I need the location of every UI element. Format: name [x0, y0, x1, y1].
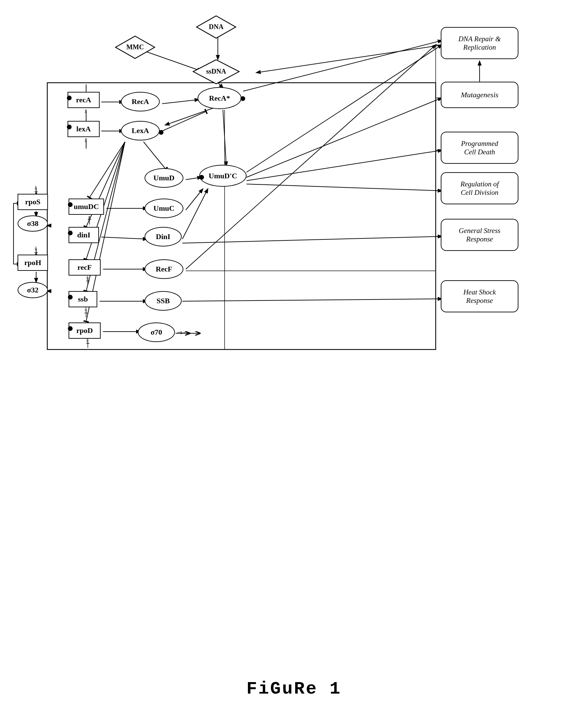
umudc-gene-node: umuDC: [68, 198, 104, 215]
lexa-gene-dot: [67, 125, 71, 129]
sigma70-node: σ70: [138, 322, 175, 342]
svg-rect-1: [47, 83, 436, 349]
diagram-container: DNA MMC ssDNA recA RecA RecA* lexA LexA: [0, 0, 588, 608]
mutagenesis-node: Mutagenesis: [441, 82, 519, 108]
rpod-gene-dot: [68, 326, 72, 331]
svg-line-9: [162, 111, 206, 131]
dna-node: DNA: [196, 15, 236, 39]
svg-line-12: [144, 142, 166, 169]
rpoh-down-arrows-above: ⇩: [34, 246, 38, 252]
rpod-gene-node: rpoD: [68, 322, 101, 339]
sigma32-node: σ32: [18, 282, 48, 298]
svg-line-4: [257, 45, 442, 72]
umudc-node: UmuD'C: [199, 165, 247, 187]
dini-protein-node: DinI: [145, 227, 182, 247]
svg-line-32: [247, 98, 442, 177]
ssb-protein-node: SSB: [145, 291, 182, 311]
reca-gene-node: recA: [67, 92, 100, 108]
svg-line-19: [182, 189, 208, 239]
svg-line-23: [182, 299, 442, 301]
sigma70-output-arrows: ⇒⇒: [177, 328, 188, 337]
rpoh-gene-node: rpoH: [18, 255, 48, 271]
ssb-gene-node: ssb: [68, 291, 97, 307]
lexa-protein-node: LexA: [121, 121, 160, 141]
reca-star-node: RecA*: [197, 87, 241, 109]
recf-gene-node: recF: [68, 259, 101, 276]
svg-line-31: [243, 41, 442, 91]
svg-line-33: [247, 150, 442, 181]
rpod-down-arrows: ⇩: [85, 338, 89, 343]
reca-protein-node: RecA: [121, 92, 160, 111]
ssb-down-arrows: ⇩: [84, 306, 88, 312]
reca-star-dot: [240, 96, 245, 101]
umudc-dot: [199, 175, 204, 180]
rpos-gene-node: rpoS: [18, 194, 48, 210]
svg-line-34: [247, 184, 442, 191]
dini-gene-dot: [68, 231, 72, 235]
svg-text:ssDNA: ssDNA: [206, 67, 226, 75]
svg-text:DNA: DNA: [209, 23, 224, 30]
regulation-node: Regulation of Cell Division: [441, 172, 519, 204]
rpos-down-arrows-above: ⇩: [34, 185, 38, 191]
svg-line-16: [89, 142, 125, 197]
lexa-gene-node: lexA: [67, 121, 100, 137]
heat-shock-node: Heat Shock Response: [441, 280, 519, 312]
svg-line-30: [247, 45, 442, 172]
ssdna-node: ssDNA: [192, 59, 240, 84]
reca-down-arrows: ⇩: [84, 109, 88, 114]
lexa-dot: [159, 130, 164, 135]
general-stress-node: General Stress Response: [441, 219, 519, 251]
programmed-cell-death-node: Programmed Cell Death: [441, 132, 519, 164]
svg-line-15: [186, 189, 203, 210]
lexa-down-arrows: ⇩: [84, 138, 88, 144]
svg-line-11: [223, 110, 226, 166]
recf-protein-node: RecF: [145, 259, 183, 279]
recf-down-arrows: ⇩: [85, 275, 89, 281]
svg-line-17: [101, 237, 147, 239]
umudc-gene-dot: [68, 202, 72, 207]
mmc-node: MMC: [115, 36, 155, 59]
svg-line-7: [162, 100, 198, 104]
umud-node: UmuD: [145, 168, 183, 188]
dna-repair-node: DNA Repair & Replication: [441, 27, 519, 59]
ssb-gene-dot: [68, 295, 72, 300]
svg-line-35: [182, 236, 442, 243]
reca-gene-dot: [67, 95, 71, 100]
umuc-node: UmuC: [145, 198, 183, 218]
umudc-down-arrows: ⇩: [87, 215, 91, 221]
dini-gene-node: dinI: [68, 227, 99, 243]
svg-text:MMC: MMC: [126, 43, 144, 51]
figure-label: FiGuRe 1: [247, 679, 342, 699]
sigma38-node: σ38: [18, 215, 48, 232]
